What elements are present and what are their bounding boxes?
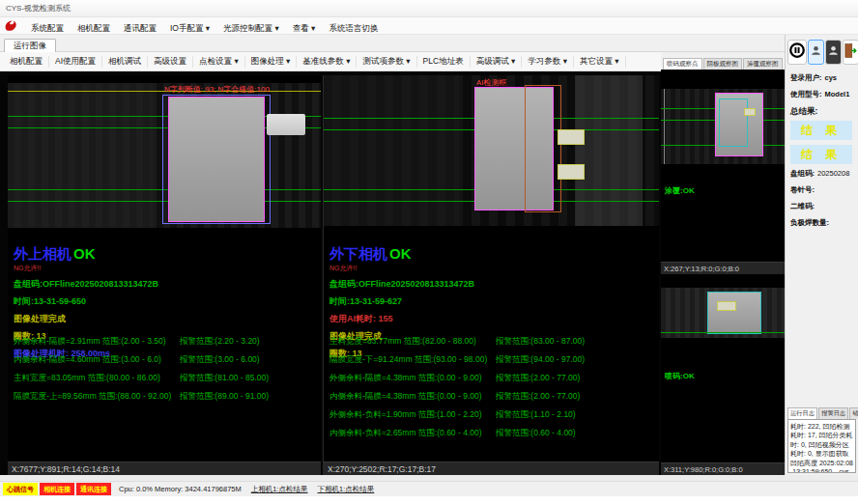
electrode-sheet — [707, 292, 761, 334]
observe-tab[interactable]: 涂覆观察图 — [743, 58, 783, 70]
login-user-label: 登录用户: — [790, 73, 822, 83]
check-result-link[interactable]: 上相机1:点检结果 — [251, 485, 308, 494]
alarm-range-text: 报警范围:(83.00 - 87.00) — [496, 336, 657, 348]
batch-value: 20250208 — [817, 169, 849, 179]
toolbar-item[interactable]: AI使用配置 — [49, 56, 102, 68]
status-badges: 心跳信号相机连接通讯连接 — [3, 483, 113, 495]
menu-item[interactable]: IO手配置 ▾ — [163, 23, 216, 33]
toolbar-item[interactable]: 基准线参数 ▾ — [297, 56, 357, 68]
observe-view-bottom[interactable]: 喷码:OK — [661, 274, 785, 462]
status-bar: 心跳信号相机连接通讯连接 Cpu: 0.0% Memory: 3424.4179… — [0, 481, 858, 496]
ai-roi-box — [525, 85, 561, 212]
alarm-range-text: 报警范围:(2.00 - 77.00) — [496, 373, 657, 384]
pixel-status-observe-top: X:267;Y:13;R:0;G:0;B:0 — [661, 262, 785, 274]
user-icon — [810, 43, 822, 61]
menu-bar: 系统配置相机配置通讯配置IO手配置 ▾光源控制配置 ▾查看 ▾系统语言切换 — [0, 17, 858, 35]
measurement-text: 内侧余料-隔膜=4.38mm 范围:(0.00 - 9.00) — [329, 391, 496, 403]
log-tab[interactable]: 运行日志 — [787, 407, 817, 419]
tab-strip: 运行图像 — [0, 35, 785, 52]
qrcode-row: 二维码: — [790, 202, 856, 211]
menu-item[interactable]: 查看 ▾ — [286, 23, 323, 33]
alarm-range-text: 报警范围:(81.00 - 85.00) — [180, 373, 319, 384]
weld-count-row: 负极焊数量: — [790, 218, 856, 228]
alarm-range-text: 报警范围:(1.10 - 2.10) — [496, 409, 657, 421]
menu-item[interactable]: 光源控制配置 ▾ — [216, 23, 286, 33]
inspection-image-upper[interactable]: N字判断值: 93; N字合格值:100 — [8, 83, 321, 228]
model-row: 使用型号: Model1 — [790, 90, 856, 99]
toolbar-item[interactable]: 图像处理 ▾ — [245, 56, 298, 68]
measurement-row: 外侧余料-隔膜=4.38mm 范围:(0.00 - 9.00)报警范围:(2.0… — [329, 373, 657, 384]
measurement-text: 外侧余料-隔膜=2.91mm 范围:(2.00 - 3.50) — [14, 336, 180, 348]
capture-time: 时间:13-31-59-627 — [329, 295, 474, 308]
observe-tab[interactable]: 阴极观察图 — [703, 58, 743, 70]
measurement-row: 隔膜宽度-上=89.56mm 范围:(88.00 - 92.00)报警范围:(8… — [14, 391, 319, 403]
toolbar-item[interactable]: 其它设置 ▾ — [574, 56, 626, 68]
measurement-text: 内侧余料-隔膜=4.60mm 范围:(3.00 - 6.0) — [14, 354, 180, 366]
weld-count-label: 负极焊数量: — [790, 218, 829, 228]
menu-item[interactable]: 系统语言切换 — [322, 23, 385, 33]
sidebar: 登录用户: cys 使用型号: Model1 总结果: 结 果 结 果 盘组码:… — [785, 35, 858, 475]
pause-button[interactable] — [787, 40, 807, 65]
log-section: 运行日志报警日志错误日志 耗时: 222, 凹陷检测耗时: 17, 凹陷分类耗时… — [787, 407, 856, 473]
menu-item[interactable]: 通讯配置 — [117, 23, 163, 33]
log-tab[interactable]: 错误日志 — [849, 407, 858, 419]
verdict-ok: OK — [73, 245, 96, 262]
toolbar-item[interactable]: 相机配置 — [4, 56, 49, 68]
tab-spot — [558, 129, 585, 145]
login-user-row: 登录用户: cys — [790, 73, 856, 83]
log-tab[interactable]: 报警日志 — [818, 407, 848, 419]
inspection-image-lower[interactable]: AI检测框 — [324, 75, 659, 226]
needle-row: 卷针号: — [790, 185, 856, 195]
measurement-row: 主料宽度=83.05mm 范围:(80.00 - 86.00)报警范围:(81.… — [14, 373, 319, 384]
logout-door-icon — [844, 42, 858, 63]
toolbar-item[interactable]: 相机调试 — [102, 56, 148, 68]
image-highlight — [575, 75, 643, 226]
toolbar-item[interactable]: 测试项参数 ▾ — [357, 56, 416, 68]
measurement-text: 隔膜宽度-下=91.24mm 范围:(93.00 - 98.00) — [329, 354, 496, 366]
measurement-row: 内侧余料-隔膜=4.60mm 范围:(3.00 - 6.0)报警范围:(3.00… — [14, 354, 319, 366]
status-badge: 相机连接 — [40, 483, 74, 495]
alarm-range-text: 报警范围:(94.00 - 97.00) — [496, 354, 657, 366]
measurement-row: 隔膜宽度-下=91.24mm 范围:(93.00 - 98.00)报警范围:(9… — [329, 354, 657, 366]
observe-view-top[interactable]: 涂覆:OK — [661, 70, 785, 262]
result-box-2: 结 果 — [790, 145, 852, 164]
pause-icon — [788, 42, 806, 63]
toolbar-item[interactable]: 高级设置 — [148, 56, 193, 68]
log-textarea[interactable]: 耗时: 222, 凹陷检测耗时: 17, 凹陷分类耗时: 0, 凹陷视频分区耗时… — [787, 419, 856, 473]
app-window: CYS-视觉检测系统 系统配置相机配置通讯配置IO手配置 ▾光源控制配置 ▾查看… — [0, 0, 858, 504]
menu-items: 系统配置相机配置通讯配置IO手配置 ▾光源控制配置 ▾查看 ▾系统语言切换 — [24, 17, 385, 35]
toolbar-item[interactable]: 学习参数 ▾ — [522, 56, 574, 68]
edge-line — [664, 89, 665, 164]
measurement-text: 隔膜宽度-上=89.56mm 范围:(88.00 - 92.00) — [14, 391, 180, 403]
window-title: CYS-视觉检测系统 — [6, 4, 71, 13]
user-switch-button[interactable] — [825, 40, 842, 65]
model-value[interactable]: Model1 — [825, 90, 850, 99]
tab-connector — [267, 114, 305, 135]
baseline-green — [661, 332, 785, 333]
pixel-status-lower: X:270;Y:2502;R:17;G:17;B:17 — [324, 462, 659, 475]
login-user-value: cys — [825, 73, 838, 83]
measurement-row: 内侧余料-负料=2.65mm 范围:(0.60 - 4.00)报警范围:(0.6… — [329, 428, 657, 439]
log-tabs: 运行日志报警日志错误日志 — [787, 407, 856, 419]
observe-tab[interactable]: 喷码观察点 — [663, 58, 702, 70]
logout-button[interactable] — [843, 40, 858, 65]
measurement-row: 外侧余料-隔膜=2.91mm 范围:(2.00 - 3.50)报警范围:(2.2… — [14, 336, 319, 348]
camera-name: 外下相机 — [329, 245, 387, 262]
user-login-button[interactable] — [808, 40, 824, 65]
menu-item[interactable]: 相机配置 — [71, 23, 117, 33]
qrcode-label: 二维码: — [790, 202, 815, 211]
toolbar-item[interactable]: 点检设置 ▾ — [193, 56, 245, 68]
toolbar-item[interactable]: PLC地址表 — [417, 56, 471, 68]
pixel-status-upper: X:7677;Y:891;R:14;G:14;B:14 — [8, 462, 321, 475]
toolbar: 相机配置AI使用配置相机调试高级设置点检设置 ▾图像处理 ▾基准线参数 ▾测试项… — [0, 52, 661, 71]
toolbar-item[interactable]: 高级调试 ▾ — [471, 56, 523, 68]
check-result-link[interactable]: 下相机1:点检结果 — [318, 485, 375, 494]
batch-row: 盘组码: 20250208 — [790, 169, 856, 179]
needle-label: 卷针号: — [790, 185, 815, 195]
app-logo-icon — [4, 19, 18, 32]
code-mark — [717, 301, 736, 311]
observe-tabs: 喷码观察点阴极观察图涂覆观察图 — [661, 52, 785, 70]
user-icon-dark — [827, 43, 840, 61]
menu-item[interactable]: 系统配置 — [24, 23, 71, 33]
overlay-n-value: N字判断值: 93; N字合格值:100 — [164, 84, 270, 95]
